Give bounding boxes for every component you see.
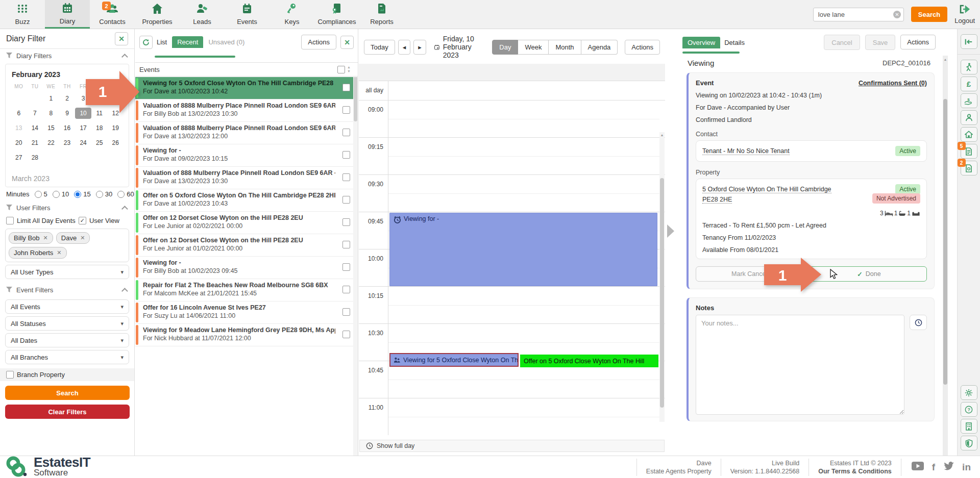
cancel-button[interactable]: Cancel — [824, 35, 860, 50]
events-close-button[interactable]: ✕ — [340, 36, 354, 49]
scrollbar-thumb[interactable] — [660, 178, 664, 408]
property-link[interactable]: 5 Oxford Close Wyton On The Hill Cambrid… — [702, 186, 831, 204]
global-search-input[interactable] — [813, 8, 904, 21]
event-checkbox[interactable] — [342, 106, 350, 114]
day-cell[interactable]: 25 — [91, 137, 108, 148]
day-cell[interactable]: 6 — [11, 108, 27, 119]
sidebar-search-button[interactable]: Search — [5, 386, 130, 400]
calendar-actions-button[interactable]: Actions — [625, 40, 660, 55]
view-agenda-button[interactable]: Agenda — [581, 40, 618, 55]
notes-textarea[interactable] — [696, 315, 904, 415]
calendar-event-offer[interactable]: Offer on 5 Oxford Close Wyton On The Hil… — [520, 355, 658, 367]
day-cell[interactable]: 16 — [59, 122, 76, 134]
payments-hand-button[interactable]: $ — [961, 93, 977, 108]
day-cell[interactable]: 19 — [107, 122, 124, 134]
scrollbar-thumb[interactable] — [943, 99, 947, 385]
detail-scrollbar[interactable]: ▲ — [943, 56, 948, 456]
nav-item-buzz[interactable]: Buzz — [0, 0, 45, 29]
view-month-button[interactable]: Month — [549, 40, 581, 55]
day-cell[interactable] — [75, 152, 91, 163]
tab-details[interactable]: Details — [724, 39, 745, 46]
done-button[interactable]: ✓ Done — [811, 266, 927, 282]
global-search-button[interactable]: Search — [911, 7, 947, 22]
scrollbar-thumb[interactable] — [354, 77, 357, 121]
event-checkbox[interactable] — [342, 173, 350, 181]
event-list-item[interactable]: Valuation of 8888 Mulberry Place Pinnell… — [135, 122, 358, 144]
panel-expander-chevron[interactable] — [667, 224, 674, 238]
nav-item-contacts[interactable]: 2 Contacts — [90, 0, 135, 29]
day-cell[interactable]: 26 — [107, 137, 124, 148]
minutes-radio-60[interactable]: 60 — [117, 190, 134, 198]
day-cell[interactable]: 18 — [91, 122, 108, 134]
tab-recent[interactable]: Recent — [172, 36, 203, 48]
day-cell[interactable]: 8 — [43, 108, 59, 119]
day-cell[interactable]: 13 — [11, 122, 27, 134]
event-checkbox[interactable] — [342, 196, 350, 204]
day-cell[interactable]: 20 — [11, 137, 27, 148]
event-checkbox[interactable] — [342, 308, 350, 316]
confirmations-sent-link[interactable]: Confirmations Sent (0) — [859, 80, 927, 87]
tab-overview[interactable]: Overview — [682, 37, 720, 48]
minutes-radio-10[interactable]: 10 — [53, 190, 69, 198]
documents-button-2[interactable]: 2 — [961, 161, 977, 175]
day-cell[interactable]: 7 — [27, 108, 43, 119]
day-cell[interactable]: 1 — [43, 93, 59, 104]
events-actions-button[interactable]: Actions — [301, 35, 336, 49]
notes-history-button[interactable] — [910, 315, 927, 330]
allday-cell[interactable] — [388, 81, 659, 100]
documents-button-1[interactable]: 5 — [961, 144, 977, 159]
day-cell[interactable] — [27, 93, 43, 104]
show-full-day-button[interactable]: Show full day — [359, 440, 665, 452]
next-month-label[interactable]: March 2023 — [12, 174, 124, 183]
nav-item-leads[interactable]: Leads — [180, 0, 225, 29]
day-cell[interactable]: 17 — [75, 122, 91, 134]
terms-link[interactable]: Our Terms & Conditions — [818, 467, 892, 475]
day-cell[interactable] — [59, 152, 76, 163]
day-cell[interactable] — [43, 152, 59, 163]
minutes-radio-30[interactable]: 30 — [96, 190, 112, 198]
user-filters-section-header[interactable]: User Filters — [0, 201, 134, 215]
all-statuses-dropdown[interactable]: All Statuses▾ — [5, 316, 129, 331]
day-cell[interactable]: 24 — [75, 137, 91, 148]
calendar-scrollbar[interactable]: ▲ — [659, 132, 665, 422]
user-types-dropdown[interactable]: All User Types▾ — [5, 265, 129, 279]
all-branches-dropdown[interactable]: All Branches▾ — [5, 350, 129, 364]
refresh-button[interactable] — [139, 36, 153, 49]
event-list-item[interactable]: Offer for 16 Lincoln Avenue St Ives PE27… — [135, 301, 358, 324]
day-cell[interactable] — [91, 152, 108, 163]
events-scrollbar[interactable]: ▲ — [353, 77, 358, 456]
settings-button[interactable] — [961, 385, 977, 400]
event-checkbox[interactable] — [342, 151, 350, 159]
event-list-item[interactable]: Viewing for -For Billy Bob at 10/02/2023… — [135, 257, 358, 279]
day-cell[interactable]: 9 — [59, 108, 76, 119]
facebook-icon[interactable]: f — [932, 462, 935, 472]
event-checkbox[interactable] — [342, 331, 350, 338]
event-list-item[interactable]: Offer on 12 Dorset Close Wyton on the Hi… — [135, 212, 358, 234]
minutes-radio-15[interactable]: 15 — [74, 190, 90, 198]
nav-item-compliances[interactable]: Compliances — [314, 0, 359, 29]
nav-item-reports[interactable]: Reports — [359, 0, 404, 29]
applicants-walk-icon-button[interactable] — [961, 60, 977, 74]
branch-building-button[interactable] — [961, 419, 977, 434]
select-all-checkbox[interactable] — [337, 66, 345, 73]
calendar-event-viewing-blue[interactable]: Viewing for - — [389, 213, 657, 286]
time-cell[interactable] — [388, 287, 659, 323]
youtube-icon[interactable] — [912, 462, 924, 472]
event-list-item[interactable]: Offer on 5 Oxford Close Wyton On The Hil… — [135, 189, 358, 212]
contacts-person-button[interactable] — [961, 110, 977, 125]
save-button[interactable]: Save — [865, 35, 896, 50]
tab-list[interactable]: List — [157, 38, 167, 46]
event-list-item[interactable]: Repair for Flat 2 The Beaches New Road M… — [135, 279, 358, 301]
event-filters-section-header[interactable]: Event Filters — [0, 283, 134, 297]
prev-day-button[interactable]: ◂ — [398, 40, 411, 55]
event-checkbox[interactable] — [342, 286, 350, 293]
twitter-icon[interactable] — [943, 462, 954, 472]
event-list-item[interactable]: Valuation of 888 Mulberry Place Pinnell … — [135, 167, 358, 189]
close-filter-button[interactable]: ✕ — [115, 32, 128, 45]
properties-home-button[interactable] — [961, 127, 977, 142]
day-cell[interactable]: 22 — [43, 137, 59, 148]
nav-item-keys[interactable]: Keys — [270, 0, 314, 29]
day-cell[interactable]: 23 — [59, 137, 76, 148]
event-list-item[interactable]: Offer on 12 Dorset Close Wyton on the Hi… — [135, 234, 358, 257]
help-button[interactable]: ? — [961, 402, 977, 417]
